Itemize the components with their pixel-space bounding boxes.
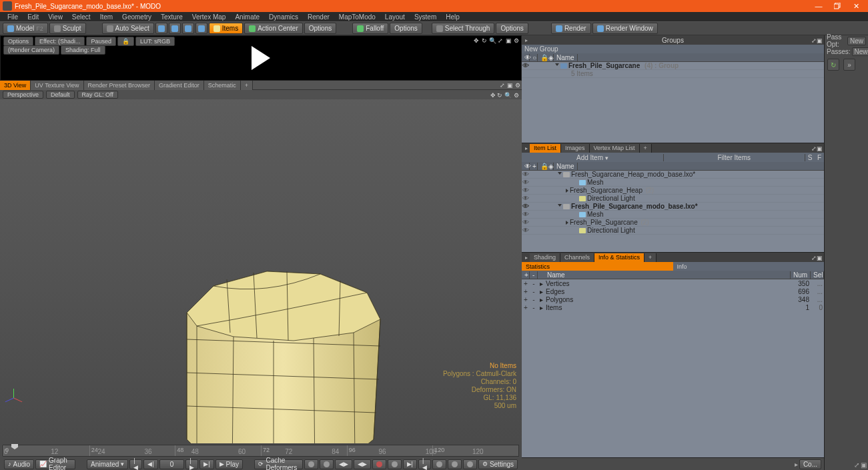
key-icon-10[interactable]: [448, 459, 462, 469]
tab-renderpreset[interactable]: Render Preset Browser: [84, 81, 155, 90]
vp-raygl[interactable]: Ray GL: Off: [77, 91, 118, 99]
play-button[interactable]: ▶ Play: [215, 459, 243, 469]
stat-row[interactable]: +-▸Edges696...: [522, 287, 824, 295]
key-icon-2[interactable]: [320, 459, 334, 469]
filter-items-button[interactable]: Filter Items: [664, 154, 806, 161]
itemlist-max-icon[interactable]: ▣: [817, 145, 823, 152]
key-icon-8[interactable]: |◀: [418, 459, 431, 469]
vp-move-icon[interactable]: ✥: [490, 92, 496, 99]
frame-field[interactable]: 0: [159, 459, 185, 469]
tab-3dview[interactable]: 3D View: [0, 81, 31, 90]
sculpt-button[interactable]: Sculpt: [49, 23, 86, 34]
refresh-icon[interactable]: ↻: [827, 59, 839, 71]
key-icon-4[interactable]: ◀▶: [354, 459, 371, 469]
vp-gear-icon[interactable]: ⚙: [514, 92, 519, 99]
stat-row[interactable]: +-▸Polygons348...: [522, 295, 824, 303]
itemlist-expand-icon[interactable]: ⤢: [811, 145, 817, 152]
slim-expand-icon[interactable]: ⤢: [854, 461, 859, 469]
key-icon-7[interactable]: ▶|: [403, 459, 417, 469]
vptabs-gear-icon[interactable]: ⚙: [515, 82, 520, 89]
mode-icon-3[interactable]: [182, 23, 194, 34]
options1-button[interactable]: Options: [304, 23, 336, 34]
rp-lut[interactable]: LUT: sRGB: [135, 37, 175, 46]
tab-channels[interactable]: Channels: [560, 253, 594, 262]
stats-expand-icon[interactable]: ⤢: [811, 255, 817, 261]
stats-toggle-icon[interactable]: ▸: [523, 255, 529, 261]
menu-system[interactable]: System: [410, 13, 441, 21]
eye-col-icon[interactable]: 👁: [522, 54, 530, 61]
audio-button[interactable]: ♪ Audio: [4, 459, 34, 469]
footer-toggle-icon[interactable]: ▸: [795, 461, 798, 468]
item-row[interactable]: 👁 Directional Light: [522, 195, 824, 203]
cache-button[interactable]: ⟳ Cache Deformers: [254, 459, 302, 469]
item-row[interactable]: 👁 Directional Light: [522, 227, 824, 235]
vp-zoom-icon[interactable]: 🔍: [504, 92, 512, 99]
menu-view[interactable]: View: [43, 13, 67, 21]
stats-max-icon[interactable]: ▣: [817, 255, 823, 261]
model-button[interactable]: ModelF2: [3, 23, 48, 34]
groups-newgroup[interactable]: New Group: [522, 45, 824, 53]
axis-gizmo[interactable]: [5, 382, 24, 401]
vptabs-max-icon[interactable]: ▣: [507, 82, 513, 89]
timeline-track[interactable]: 0 24 48 72 96 120 0122436486072849610812…: [3, 445, 519, 457]
rp-paused[interactable]: Paused: [86, 37, 116, 46]
groups-max-icon[interactable]: ▣: [817, 37, 823, 44]
graph-button[interactable]: 📈 Graph Editor: [35, 459, 75, 469]
menu-animate[interactable]: Animate: [230, 13, 264, 21]
mode-icon-1[interactable]: [155, 23, 167, 34]
stats-tab-info[interactable]: Info: [673, 262, 825, 271]
play-icon[interactable]: [252, 46, 270, 70]
vp-perspective[interactable]: Perspective: [3, 91, 43, 99]
key-icon-3[interactable]: ◀▶: [335, 459, 352, 469]
filter-icon[interactable]: F: [815, 154, 824, 161]
tab-add2[interactable]: +: [640, 144, 652, 153]
stat-row[interactable]: +-▸Vertices350...: [522, 279, 824, 287]
menu-geometry[interactable]: Geometry: [117, 13, 156, 21]
rp-effect[interactable]: Effect: (Shadi...: [35, 37, 85, 46]
actioncenter-button[interactable]: Action Center: [244, 23, 303, 34]
group-row[interactable]: 👁 Fresh_Pile_Sugarcane (4) : Group: [522, 62, 824, 70]
tab-shading[interactable]: Shading: [530, 253, 560, 262]
groups-expand-icon[interactable]: ⤢: [811, 37, 817, 44]
rp-camera[interactable]: (Render Camera): [3, 45, 59, 55]
rp-move-icon[interactable]: ✥: [473, 37, 480, 44]
add-item-button[interactable]: Add Item ▾: [522, 154, 664, 161]
rp-options[interactable]: Options: [3, 37, 33, 46]
options2-button[interactable]: Options: [390, 23, 422, 34]
vp-refresh-icon[interactable]: ↻: [497, 92, 502, 99]
item-row[interactable]: 👁 Mesh: [522, 179, 824, 187]
selectthrough-button[interactable]: Select Through: [432, 23, 495, 34]
groups-toggle-icon[interactable]: ▸: [523, 37, 529, 43]
mesh-object[interactable]: [167, 253, 394, 443]
search-icon[interactable]: S: [805, 154, 815, 161]
goto-end[interactable]: ▶|: [199, 459, 213, 469]
falloff-button[interactable]: Falloff: [352, 23, 388, 34]
mode-icon-4[interactable]: [195, 23, 207, 34]
group-subrow[interactable]: 5 Items: [522, 70, 824, 78]
menu-select[interactable]: Select: [67, 13, 95, 21]
settings-button[interactable]: ⚙ Settings: [478, 459, 518, 469]
passes-new[interactable]: New: [852, 47, 868, 56]
item-row[interactable]: 👁 Fresh_Pile_Sugarcane_modo_base.lxo*: [522, 203, 824, 211]
tab-images[interactable]: Images: [561, 144, 590, 153]
key-icon-5[interactable]: [372, 459, 386, 469]
tab-gradient[interactable]: Gradient Editor: [155, 81, 204, 90]
menu-vertexmap[interactable]: Vertex Map: [187, 13, 231, 21]
step-fwd[interactable]: |▶: [185, 459, 198, 469]
renderwindow-button[interactable]: Render Window: [592, 23, 658, 34]
key-icon-11[interactable]: [463, 459, 477, 469]
render-button[interactable]: Render: [551, 23, 591, 34]
slim-max-icon[interactable]: ▣: [861, 461, 867, 469]
tab-schematic[interactable]: Schematic: [204, 81, 241, 90]
key-icon-1[interactable]: [304, 459, 318, 469]
menu-render[interactable]: Render: [303, 13, 334, 21]
step-back[interactable]: ◀|: [143, 459, 157, 469]
rp-shading[interactable]: Shading: Full: [61, 45, 105, 55]
rp-zoom-icon[interactable]: 🔍: [489, 37, 496, 44]
stat-row[interactable]: +-▸Items10: [522, 303, 824, 311]
item-row[interactable]: 👁 Fresh_Sugarcane_Heap (2): [522, 187, 824, 195]
rp-gear-icon[interactable]: ⚙: [513, 37, 520, 44]
forward-icon[interactable]: »: [843, 59, 855, 71]
itemlist-toggle-icon[interactable]: ▸: [523, 145, 529, 151]
menu-item[interactable]: Item: [95, 13, 117, 21]
